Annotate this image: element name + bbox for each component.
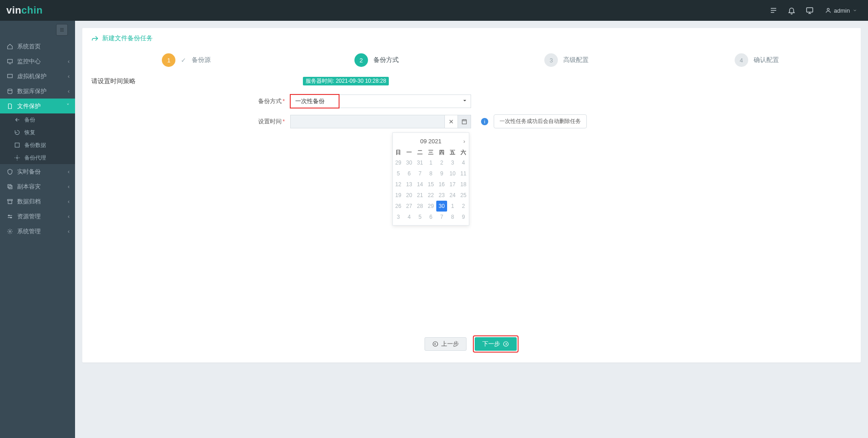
datepicker-day[interactable]: 7 bbox=[415, 168, 425, 179]
datepicker-day[interactable]: 15 bbox=[425, 179, 436, 190]
datepicker-day[interactable]: 11 bbox=[458, 168, 469, 179]
svg-rect-0 bbox=[807, 8, 813, 12]
svg-rect-3 bbox=[8, 74, 13, 78]
wizard-step-3[interactable]: 3 高级配置 bbox=[472, 53, 662, 67]
datepicker-day[interactable]: 9 bbox=[436, 168, 447, 179]
row-backup-mode: 备份方式* 一次性备份 bbox=[91, 94, 852, 108]
sidebar-item-realtime-backup[interactable]: 实时备份 ‹ bbox=[0, 164, 75, 179]
sidebar-item-home[interactable]: 系统首页 bbox=[0, 39, 75, 54]
datepicker-day[interactable]: 20 bbox=[404, 190, 415, 201]
sidebar-subitem-restore[interactable]: 恢复 bbox=[0, 126, 75, 139]
wizard-step-1[interactable]: 1 ✓ 备份源 bbox=[91, 53, 282, 67]
tasks-icon[interactable] bbox=[764, 0, 783, 21]
user-menu[interactable]: admin bbox=[819, 7, 863, 14]
datepicker-day[interactable]: 2 bbox=[458, 201, 469, 212]
sidebar-submenu-file-protection: 备份 恢复 备份数据 备份代理 bbox=[0, 113, 75, 164]
datepicker-day[interactable]: 30 bbox=[404, 157, 415, 168]
backup-mode-label: 备份方式* bbox=[91, 97, 290, 105]
backup-mode-select[interactable]: 一次性备份 bbox=[290, 94, 471, 108]
svg-point-15 bbox=[504, 342, 509, 347]
step-label: 高级配置 bbox=[563, 56, 589, 64]
datepicker-day[interactable]: 3 bbox=[447, 157, 458, 168]
datepicker-day[interactable]: 22 bbox=[425, 190, 436, 201]
datepicker-day[interactable]: 16 bbox=[436, 179, 447, 190]
sidebar-item-vm[interactable]: 虚拟机保护 ‹ bbox=[0, 69, 75, 84]
datepicker-day[interactable]: 8 bbox=[447, 212, 458, 222]
datepicker-day[interactable]: 21 bbox=[415, 190, 425, 201]
gear-icon bbox=[5, 228, 14, 235]
sidebar-item-replica-dr[interactable]: 副本容灾 ‹ bbox=[0, 179, 75, 194]
sidebar-subitem-backup-agent[interactable]: 备份代理 bbox=[0, 151, 75, 164]
datepicker-day[interactable]: 14 bbox=[415, 179, 425, 190]
wizard-step-2[interactable]: 2 备份方式 bbox=[282, 53, 472, 67]
sidebar-item-archive[interactable]: 数据归档 ‹ bbox=[0, 194, 75, 209]
datepicker-day[interactable]: 3 bbox=[393, 212, 404, 222]
sidebar-subitem-backup[interactable]: 备份 bbox=[0, 113, 75, 126]
sidebar-subitem-backup-data[interactable]: 备份数据 bbox=[0, 139, 75, 151]
datepicker-day[interactable]: 28 bbox=[415, 201, 425, 212]
datepicker-day[interactable]: 24 bbox=[447, 190, 458, 201]
datepicker-day[interactable]: 29 bbox=[393, 157, 404, 168]
chevron-left-icon: ‹ bbox=[68, 168, 70, 175]
datepicker-day[interactable]: 26 bbox=[393, 201, 404, 212]
datepicker-day[interactable]: 9 bbox=[458, 212, 469, 222]
svg-point-14 bbox=[433, 342, 438, 347]
prev-button[interactable]: 上一步 bbox=[425, 337, 467, 351]
sidebar-item-system[interactable]: 系统管理 ‹ bbox=[0, 224, 75, 239]
datepicker[interactable]: 09 2021 › 日 一 二 三 四 五 六 2930311234567891… bbox=[392, 132, 469, 226]
datepicker-day[interactable]: 10 bbox=[447, 168, 458, 179]
datepicker-day[interactable]: 5 bbox=[415, 212, 425, 222]
datepicker-day[interactable]: 19 bbox=[393, 190, 404, 201]
datepicker-day[interactable]: 4 bbox=[404, 212, 415, 222]
sidebar-item-label: 数据库保护 bbox=[17, 87, 68, 95]
sidebar-item-file-protection[interactable]: 文件保护 ˅ bbox=[0, 99, 75, 113]
sidebar-item-label: 文件保护 bbox=[17, 102, 66, 110]
datepicker-day[interactable]: 29 bbox=[425, 201, 436, 212]
datepicker-day[interactable]: 7 bbox=[436, 212, 447, 222]
wizard-step-4[interactable]: 4 确认配置 bbox=[662, 53, 852, 67]
time-input[interactable] bbox=[290, 115, 445, 128]
screen-icon[interactable] bbox=[801, 0, 819, 21]
datepicker-day[interactable]: 1 bbox=[425, 157, 436, 168]
datepicker-dow: 日 一 二 三 四 五 六 bbox=[393, 147, 469, 157]
next-button[interactable]: 下一步 bbox=[475, 337, 517, 351]
datepicker-day[interactable]: 31 bbox=[415, 157, 425, 168]
sidebar-toggle[interactable] bbox=[0, 21, 75, 39]
sidebar-item-label: 数据归档 bbox=[17, 198, 68, 206]
info-text: 一次性任务成功后会自动删除任务 bbox=[494, 114, 587, 128]
datepicker-day[interactable]: 12 bbox=[393, 179, 404, 190]
highlight-annotation: 下一步 bbox=[473, 335, 519, 353]
datepicker-header: 09 2021 › bbox=[393, 135, 469, 147]
datepicker-day[interactable]: 6 bbox=[425, 212, 436, 222]
datepicker-day[interactable]: 27 bbox=[404, 201, 415, 212]
datepicker-day[interactable]: 25 bbox=[458, 190, 469, 201]
sidebar-item-resource[interactable]: 资源管理 ‹ bbox=[0, 209, 75, 224]
datepicker-day[interactable]: 2 bbox=[436, 157, 447, 168]
sidebar-item-database[interactable]: 数据库保护 ‹ bbox=[0, 84, 75, 99]
database-icon bbox=[5, 88, 14, 94]
vm-icon bbox=[5, 73, 14, 80]
step-number: 2 bbox=[354, 53, 368, 67]
chevron-left-icon: ‹ bbox=[68, 198, 70, 205]
datepicker-day[interactable]: 4 bbox=[458, 157, 469, 168]
datepicker-day[interactable]: 6 bbox=[404, 168, 415, 179]
sidebar-item-label: 备份 bbox=[24, 116, 70, 124]
datepicker-day[interactable]: 30 bbox=[436, 201, 447, 212]
datepicker-day[interactable]: 13 bbox=[404, 179, 415, 190]
datepicker-day[interactable]: 23 bbox=[436, 190, 447, 201]
datepicker-next[interactable]: › bbox=[463, 138, 465, 145]
calendar-button[interactable] bbox=[458, 115, 471, 128]
datepicker-day[interactable]: 17 bbox=[447, 179, 458, 190]
chevron-down-icon: ˅ bbox=[66, 103, 70, 109]
datepicker-day[interactable]: 1 bbox=[447, 201, 458, 212]
clear-button[interactable] bbox=[445, 115, 458, 128]
info-icon: i bbox=[481, 118, 488, 125]
datepicker-day[interactable]: 18 bbox=[458, 179, 469, 190]
datepicker-day[interactable]: 5 bbox=[393, 168, 404, 179]
data-icon bbox=[13, 142, 22, 148]
sidebar-item-monitor[interactable]: 监控中心 ‹ bbox=[0, 54, 75, 69]
datepicker-day[interactable]: 8 bbox=[425, 168, 436, 179]
svg-rect-2 bbox=[8, 59, 13, 63]
notifications-icon[interactable] bbox=[783, 0, 801, 21]
file-icon bbox=[5, 103, 14, 109]
